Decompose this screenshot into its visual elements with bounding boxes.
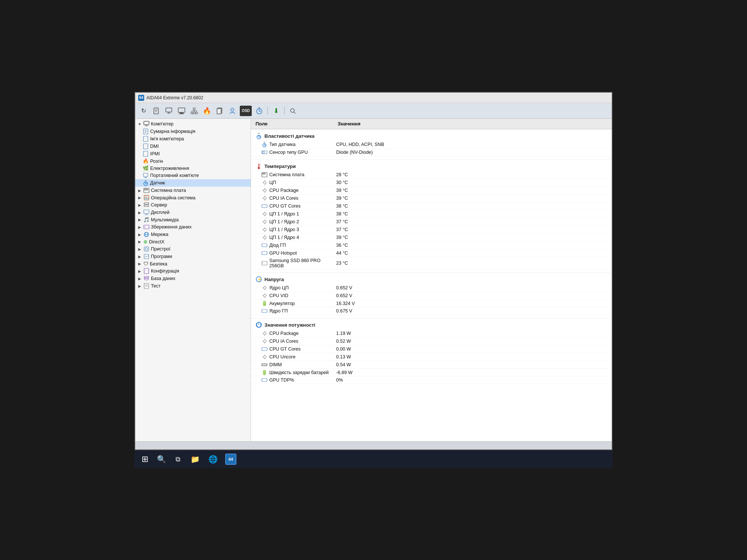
taskview-button[interactable]: ⧉: [170, 452, 185, 467]
field-cpuia-temp: CPU IA Cores: [261, 195, 336, 201]
refresh-button[interactable]: ↻: [138, 106, 149, 116]
expand-arrow-sec[interactable]: ▶: [137, 262, 142, 266]
sidebar-item-overclock[interactable]: 🔥 Розгін: [135, 158, 251, 165]
sidebar-item-hostname[interactable]: Ім'я комп'ютера: [135, 135, 251, 143]
svg-line-27: [294, 112, 295, 113]
sidebar-item-computer[interactable]: ▼ Комп'ютер: [135, 120, 251, 128]
svg-point-54: [145, 227, 145, 227]
display-icon: [143, 209, 149, 215]
mobo-temp-icon: [261, 172, 267, 178]
sidebar-label-devices: Пристрої: [151, 246, 170, 252]
expand-arrow-dx[interactable]: ▶: [137, 240, 142, 244]
sidebar-item-config[interactable]: ▶ Конфігурація: [135, 267, 251, 275]
row-ssd-temp: Samsung SSD 860 PRO 256GB 23 °C: [251, 257, 612, 270]
power-section-icon: [255, 321, 262, 328]
sidebar-item-portable[interactable]: Портативний комп'юте: [135, 172, 251, 179]
sidebar-item-motherboard[interactable]: ▶ Системна плата: [135, 187, 251, 194]
value-cpupkg-temp: 39 °C: [336, 188, 607, 193]
expand-arrow-test[interactable]: ▶: [137, 284, 142, 288]
row-cpu-vid: CPU VID 0.652 V: [251, 292, 612, 300]
value-cpupkg-w: 1.19 W: [336, 331, 607, 336]
value-cpu-vid: 0.652 V: [336, 293, 607, 298]
svg-rect-38: [143, 173, 148, 177]
svg-rect-92: [262, 252, 267, 255]
start-button[interactable]: ⊞: [137, 452, 152, 467]
monitor-button[interactable]: [176, 106, 187, 116]
column-header: Поле Значення: [251, 119, 612, 129]
chrome-taskbar[interactable]: 🌐: [205, 452, 221, 467]
sidebar-label-ipmi: IPMI: [150, 151, 160, 156]
sidebar-label-os: Операційна система: [151, 195, 195, 200]
expand-arrow-net[interactable]: ▶: [137, 232, 142, 237]
expand-arrow-storage[interactable]: ▶: [137, 225, 142, 229]
expand-arrow-db[interactable]: ▶: [137, 276, 142, 281]
sidebar-item-directx[interactable]: ▶ ⊕ DirectX: [135, 238, 251, 245]
user-button[interactable]: [227, 106, 238, 116]
sidebar-item-test[interactable]: ▶ Тест: [135, 282, 251, 290]
sidebar-item-network[interactable]: ▶ Мережа: [135, 231, 251, 238]
fire-button[interactable]: 🔥: [202, 106, 212, 116]
osd-button[interactable]: OSD: [240, 106, 252, 116]
aida64-taskbar[interactable]: 64: [223, 452, 239, 467]
sidebar-item-sensor[interactable]: Датчик: [135, 179, 251, 187]
report-button[interactable]: [151, 106, 161, 116]
sidebar-label-database: База даних: [151, 276, 176, 281]
search-taskbar-button[interactable]: 🔍: [154, 452, 169, 467]
sidebar-item-display[interactable]: ▶ Дисплей: [135, 209, 251, 216]
search-button[interactable]: [288, 106, 298, 116]
svg-rect-9: [179, 113, 184, 114]
value-core1-temp: 38 °C: [336, 211, 607, 217]
sidebar-item-storage[interactable]: ▶ Збереження даних: [135, 223, 251, 231]
row-dimm-w: DIMM 0.54 W: [251, 361, 612, 369]
expand-arrow-cfg[interactable]: ▶: [137, 269, 142, 273]
svg-rect-37: [143, 151, 148, 156]
sidebar-item-programs[interactable]: ▶ Програми: [135, 253, 251, 260]
sidebar-item-ipmi[interactable]: IPMI: [135, 150, 251, 158]
field-cpu-uncore-w: CPU Uncore: [261, 354, 336, 360]
expand-arrow-mb[interactable]: ▶: [137, 188, 142, 193]
sidebar-item-dmi[interactable]: DMI: [135, 143, 251, 150]
sidebar-item-devices[interactable]: ▶ Пристрої: [135, 245, 251, 253]
sidebar-item-os[interactable]: ▶ 🪟 Операційна система: [135, 194, 251, 201]
value-cpu-core-v: 0.652 V: [336, 285, 607, 290]
mb-icon: [143, 187, 149, 193]
computer-button[interactable]: [164, 106, 174, 116]
sidebar-item-security[interactable]: ▶ 🛡 Безпека: [135, 260, 251, 267]
sidebar-item-multimedia[interactable]: ▶ 🎵 Мультимедіа: [135, 216, 251, 223]
field-core4-temp: ЦП 1 / Ядро 4: [261, 234, 336, 240]
row-cpu-temp: ЦП 30 °C: [251, 179, 612, 187]
expand-arrow-server[interactable]: ▶: [137, 203, 142, 207]
expand-arrow-os[interactable]: ▶: [137, 196, 142, 200]
application-window: 64 AIDA64 Extreme v7.20.6802 ↻ 🔥: [134, 92, 613, 450]
sidebar-label-computer: Комп'ютер: [151, 121, 174, 127]
files-taskbar[interactable]: 📁: [187, 452, 203, 467]
expand-arrow-mm[interactable]: ▶: [137, 218, 142, 222]
sidebar-item-database[interactable]: ▶ База даних: [135, 275, 251, 282]
svg-rect-99: [262, 309, 267, 312]
sidebar-item-summary[interactable]: Сумарна інформація: [135, 128, 251, 135]
cpugt-w-icon: [261, 346, 267, 352]
timer-button[interactable]: [254, 106, 264, 116]
expand-arrow-computer[interactable]: ▼: [137, 122, 142, 126]
expand-arrow-prog[interactable]: ▶: [137, 254, 142, 259]
value-battery-v: 16.324 V: [336, 301, 607, 306]
field-core2-temp: ЦП 1 / Ядро 2: [261, 219, 336, 225]
copy-button[interactable]: [214, 106, 225, 116]
expand-arrow-display[interactable]: ▶: [137, 210, 142, 215]
section-voltage: ⚡ Напруга: [251, 273, 612, 284]
sidebar-item-server[interactable]: ▶ Сервер: [135, 201, 251, 209]
download-button[interactable]: ⬇: [271, 106, 281, 116]
cpu-core-v-icon: [261, 285, 267, 291]
sidebar-item-power[interactable]: 🌿 Електроживлення: [135, 165, 251, 172]
row-gpu-tdp: GPU TDP% 0%: [251, 376, 612, 384]
value-mobo-temp: 28 °C: [336, 172, 607, 177]
expand-arrow-devices[interactable]: ▶: [137, 247, 142, 251]
field-cpupkg-w: CPU Package: [261, 330, 336, 336]
svg-point-94: [262, 263, 263, 264]
svg-rect-10: [193, 108, 195, 109]
network-button[interactable]: [189, 106, 199, 116]
cpuia-icon: [261, 195, 267, 201]
devices-icon: [143, 246, 149, 252]
column-value: Значення: [338, 121, 607, 127]
value-gpu-tdp: 0%: [336, 377, 607, 383]
